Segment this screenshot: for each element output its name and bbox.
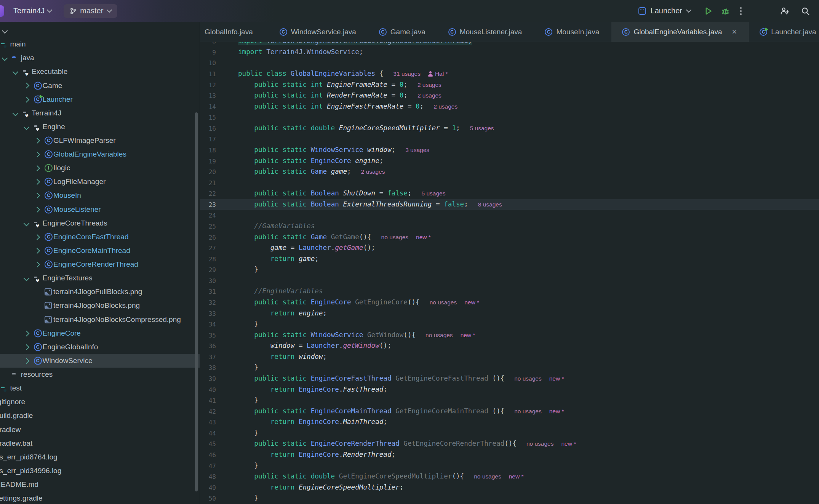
editor-line[interactable]: 40 return EngineCore.FastThread; <box>200 384 819 395</box>
gutter-line-number[interactable]: 45 <box>200 440 216 448</box>
chevron-right-icon[interactable] <box>34 234 40 240</box>
gutter-line-number[interactable]: 28 <box>200 255 216 262</box>
debug-button[interactable] <box>721 7 729 15</box>
run-config-selector[interactable]: Launcher <box>638 6 691 15</box>
editor-line[interactable]: 12 public static int EngineFrameRate = 0… <box>200 79 819 90</box>
chevron-right-icon[interactable] <box>34 152 40 158</box>
tab-file[interactable]: CMouseIn.java <box>534 22 611 42</box>
chevron-right-icon[interactable] <box>23 96 29 102</box>
tab-file[interactable]: CWindowService.java <box>269 22 368 42</box>
usages-annotation[interactable]: 5 usages <box>422 190 446 197</box>
tree-item[interactable]: CLauncher <box>0 93 200 106</box>
usages-annotation[interactable]: no usages <box>474 473 501 480</box>
tab-file[interactable]: CLauncher.java <box>749 22 819 42</box>
editor-line[interactable]: 10 <box>200 58 819 69</box>
search-icon[interactable] <box>801 6 810 16</box>
usages-annotation[interactable]: new * <box>509 473 524 480</box>
gutter-line-number[interactable]: 34 <box>200 321 216 328</box>
tree-item[interactable]: EngineCoreThreads <box>0 216 200 230</box>
tree-item[interactable]: java <box>0 51 200 65</box>
gutter-line-number[interactable]: 15 <box>200 114 216 121</box>
tree-item[interactable]: resources <box>0 368 200 381</box>
editor-line[interactable]: 46 return EngineCore.RenderThread; <box>200 450 819 461</box>
gutter-line-number[interactable]: 33 <box>200 310 216 317</box>
tree-item[interactable] <box>0 24 200 37</box>
usages-annotation[interactable]: no usages <box>514 375 542 382</box>
editor-line[interactable]: 43 return EngineCore.MainThread; <box>200 417 819 428</box>
editor-line[interactable]: 24 <box>200 210 819 221</box>
tree-item[interactable]: .gitignore <box>0 395 200 409</box>
tree-item[interactable]: README.md <box>0 478 200 491</box>
editor-line[interactable]: 31 //EngineVariables <box>200 286 819 297</box>
gutter-line-number[interactable]: 39 <box>200 375 216 382</box>
gutter-line-number[interactable]: 24 <box>200 212 216 219</box>
chevron-right-icon[interactable] <box>34 193 40 199</box>
gutter-line-number[interactable]: 42 <box>200 408 216 415</box>
chevron-right-icon[interactable] <box>34 138 40 144</box>
chevron-down-icon[interactable] <box>13 69 19 75</box>
chevron-down-icon[interactable] <box>23 220 29 226</box>
gutter-line-number[interactable]: 18 <box>200 146 216 154</box>
usages-annotation[interactable]: 3 usages <box>405 147 429 153</box>
editor-line[interactable]: 48 public static double GetEngineCoreSpe… <box>200 471 819 482</box>
usages-annotation[interactable]: 5 usages <box>470 125 494 131</box>
chevron-right-icon[interactable] <box>23 344 29 350</box>
tree-item[interactable]: settings.gradle <box>0 491 200 504</box>
editor-line[interactable]: 30 <box>200 275 819 286</box>
tree-item[interactable]: terrain4JlogoFullBlocks.png <box>0 285 200 299</box>
gutter-line-number[interactable]: 48 <box>200 473 216 480</box>
chevron-right-icon[interactable] <box>23 358 29 364</box>
gutter-line-number[interactable]: 47 <box>200 462 216 469</box>
close-tab-icon[interactable]: × <box>732 28 737 36</box>
tree-item[interactable]: CGLFWImageParser <box>0 134 200 147</box>
gutter-line-number[interactable]: 21 <box>200 179 216 186</box>
editor-line[interactable]: 21 <box>200 177 819 188</box>
usages-annotation[interactable]: new * <box>464 299 479 306</box>
editor-line[interactable]: 32 public static EngineCore GetEngineCor… <box>200 297 819 308</box>
editor-line[interactable]: 25 //GameVariables <box>200 221 819 232</box>
gutter-line-number[interactable]: 50 <box>200 495 216 502</box>
gutter-line-number[interactable]: 13 <box>200 92 216 99</box>
editor-line[interactable]: 37 return window; <box>200 352 819 363</box>
author-annotation[interactable]: Hal * <box>428 70 448 77</box>
chevron-right-icon[interactable] <box>23 330 29 336</box>
usages-annotation[interactable]: no usages <box>425 332 453 338</box>
chevron-right-icon[interactable] <box>23 83 29 89</box>
usages-annotation[interactable]: new * <box>549 408 564 414</box>
editor-line[interactable]: 17 <box>200 134 819 145</box>
project-tree-scrollbar[interactable] <box>195 112 198 491</box>
tree-item[interactable]: CWindowService <box>0 354 200 368</box>
editor-line[interactable]: 22 public static Boolean ShutDown = fals… <box>200 188 819 199</box>
editor-line[interactable]: 45 public static EngineCoreRenderThread … <box>200 438 819 450</box>
editor-line[interactable]: 47 } <box>200 460 819 471</box>
tree-item[interactable]: CGlobalEngineVariables <box>0 147 200 161</box>
usages-annotation[interactable]: 2 usages <box>417 82 441 88</box>
gutter-line-number[interactable]: 36 <box>200 342 216 350</box>
gutter-line-number[interactable]: 49 <box>200 484 216 491</box>
gutter-line-number[interactable]: 30 <box>200 277 216 284</box>
gutter-line-number[interactable]: 16 <box>200 125 216 132</box>
usages-annotation[interactable]: new * <box>416 234 431 240</box>
editor-line[interactable]: 50 } <box>200 493 819 504</box>
gutter-line-number[interactable]: 35 <box>200 331 216 339</box>
editor-line[interactable]: 36 window = Launcher.getWindow(); <box>200 341 819 352</box>
tree-item[interactable]: EngineTextures <box>0 271 200 285</box>
usages-annotation[interactable]: no usages <box>526 440 554 447</box>
tree-item[interactable]: Terrain4J <box>0 106 200 120</box>
gutter-line-number[interactable]: 41 <box>200 397 216 404</box>
gutter-line-number[interactable]: 25 <box>200 222 216 230</box>
chevron-down-icon[interactable] <box>23 124 29 130</box>
chevron-right-icon[interactable] <box>34 248 40 254</box>
editor-line[interactable]: 38 } <box>200 362 819 373</box>
more-actions-button[interactable] <box>740 10 742 12</box>
tab-active-file[interactable]: CGlobalEngineVariables.java× <box>611 22 749 42</box>
chevron-down-icon[interactable] <box>13 110 19 116</box>
tab-file[interactable]: CMouseListener.java <box>438 22 534 42</box>
gutter-line-number[interactable]: 46 <box>200 451 216 458</box>
tree-item[interactable]: test <box>0 381 200 395</box>
editor-line[interactable]: 33 return engine; <box>200 308 819 319</box>
chevron-right-icon[interactable] <box>34 179 40 185</box>
chevron-right-icon[interactable] <box>34 165 40 171</box>
chevron-down-icon[interactable] <box>23 275 29 282</box>
editor-line[interactable]: 34 } <box>200 319 819 330</box>
